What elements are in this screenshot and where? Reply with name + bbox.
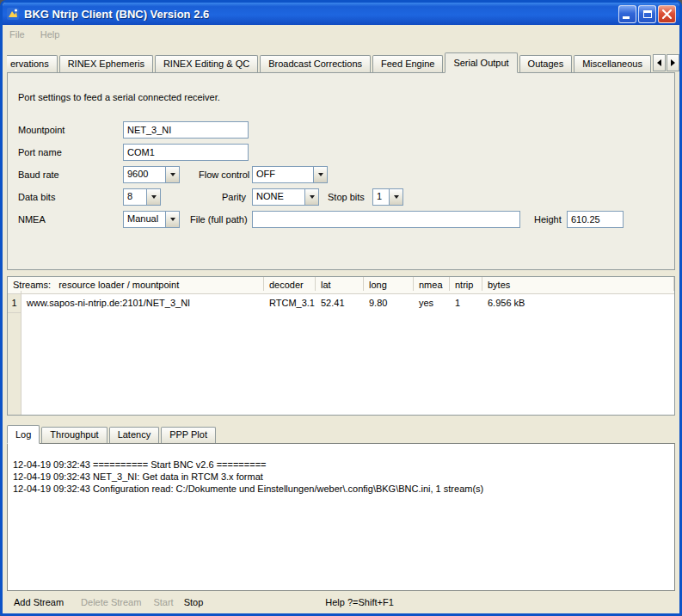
minimize-button[interactable] bbox=[618, 5, 636, 23]
log-output[interactable]: 12-04-19 09:32:43 ========== Start BNC v… bbox=[7, 443, 675, 591]
menu-help[interactable]: Help bbox=[40, 29, 60, 40]
data-bits-label: Data bits bbox=[18, 192, 55, 202]
tab-log[interactable]: Log bbox=[7, 425, 40, 444]
log-tab-bar: Log Throughput Latency PPP Plot bbox=[7, 424, 675, 443]
nmea-label: NMEA bbox=[18, 214, 46, 225]
column-header-mountpoint[interactable]: Streams: resource loader / mountpoint bbox=[8, 277, 264, 291]
close-button[interactable] bbox=[658, 5, 676, 23]
data-bits-select[interactable]: 8 bbox=[123, 188, 161, 206]
bnc-window: BKG Ntrip Client (BNC) Version 2.6 File … bbox=[0, 0, 682, 616]
menu-file[interactable]: File bbox=[9, 29, 25, 40]
menu-bar: File Help bbox=[3, 25, 679, 44]
mountpoint-input[interactable] bbox=[123, 121, 249, 139]
tab-rinex-editing-qc[interactable]: RINEX Editing & QC bbox=[155, 55, 258, 72]
row-number: 1 bbox=[8, 294, 22, 313]
stop-bits-select[interactable]: 1 bbox=[372, 188, 403, 206]
arrow-right-icon bbox=[671, 59, 675, 66]
cell-nmea: yes bbox=[414, 294, 450, 313]
flow-control-label: Flow control bbox=[199, 169, 249, 180]
table-row[interactable]: 1 www.sapos-ni-ntrip.de:2101/NET_3_NI RT… bbox=[8, 294, 674, 313]
column-header-lat[interactable]: lat bbox=[316, 277, 364, 291]
tab-latency[interactable]: Latency bbox=[109, 427, 160, 443]
minimize-icon bbox=[623, 16, 630, 19]
tab-ppp-plot[interactable]: PPP Plot bbox=[161, 427, 216, 443]
stop-button[interactable]: Stop bbox=[184, 597, 204, 607]
cell-ntrip: 1 bbox=[450, 294, 482, 313]
flow-control-value: OFF bbox=[253, 167, 313, 182]
parity-select[interactable]: NONE bbox=[252, 188, 319, 206]
delete-stream-button: Delete Stream bbox=[81, 597, 141, 607]
tab-outages[interactable]: Outages bbox=[519, 55, 573, 72]
window-controls bbox=[618, 5, 676, 23]
chevron-down-icon[interactable] bbox=[304, 189, 318, 205]
help-button[interactable]: Help ?=Shift+F1 bbox=[325, 597, 394, 607]
tab-rinex-ephemeris[interactable]: RINEX Ephemeris bbox=[59, 55, 153, 72]
tab-scroll-left-button[interactable] bbox=[653, 54, 666, 71]
streams-table-header: Streams: resource loader / mountpoint de… bbox=[8, 277, 674, 294]
serial-output-panel: Port settings to feed a serial connected… bbox=[7, 72, 675, 270]
tab-miscellaneous[interactable]: Miscellaneous bbox=[574, 55, 651, 72]
close-icon bbox=[661, 9, 673, 20]
baud-rate-select[interactable]: 9600 bbox=[123, 166, 180, 183]
log-line: 12-04-19 09:32:43 Configuration read: C:… bbox=[13, 483, 669, 495]
streams-table-body: 1 www.sapos-ni-ntrip.de:2101/NET_3_NI RT… bbox=[8, 294, 674, 415]
file-path-label: File (full path) bbox=[190, 214, 248, 225]
main-tab-bar: ervations RINEX Ephemeris RINEX Editing … bbox=[7, 52, 675, 72]
tab-serial-output[interactable]: Serial Output bbox=[445, 52, 517, 73]
baud-rate-label: Baud rate bbox=[18, 169, 59, 180]
tab-scroll-right-button[interactable] bbox=[667, 54, 679, 71]
streams-table: Streams: resource loader / mountpoint de… bbox=[7, 276, 675, 416]
port-name-label: Port name bbox=[18, 147, 62, 157]
start-button: Start bbox=[153, 597, 173, 607]
column-header-decoder[interactable]: decoder bbox=[264, 277, 316, 291]
chevron-down-icon[interactable] bbox=[165, 167, 179, 182]
arrow-left-icon bbox=[657, 59, 661, 66]
column-header-ntrip[interactable]: ntrip bbox=[450, 277, 482, 291]
stop-bits-label: Stop bits bbox=[328, 192, 365, 202]
chevron-down-icon[interactable] bbox=[165, 212, 179, 227]
chevron-down-icon[interactable] bbox=[313, 167, 327, 182]
column-header-long[interactable]: long bbox=[364, 277, 414, 291]
app-icon bbox=[6, 7, 20, 21]
chevron-down-icon[interactable] bbox=[146, 189, 160, 205]
tab-broadcast-corrections[interactable]: Broadcast Corrections bbox=[260, 55, 371, 72]
tab-feed-engine[interactable]: Feed Engine bbox=[372, 55, 443, 72]
cell-lat: 52.41 bbox=[316, 294, 364, 313]
tab-scroll-buttons bbox=[653, 54, 679, 72]
add-stream-button[interactable]: Add Stream bbox=[14, 597, 64, 607]
panel-description: Port settings to feed a serial connected… bbox=[18, 92, 220, 102]
file-path-input[interactable] bbox=[252, 211, 520, 228]
window-title: BKG Ntrip Client (BNC) Version 2.6 bbox=[24, 8, 209, 21]
column-header-nmea[interactable]: nmea bbox=[414, 277, 450, 291]
tab-observations[interactable]: ervations bbox=[7, 55, 58, 72]
parity-value: NONE bbox=[253, 189, 304, 205]
column-header-bytes[interactable]: bytes bbox=[482, 277, 674, 291]
maximize-icon bbox=[643, 10, 652, 18]
chevron-down-icon[interactable] bbox=[389, 189, 402, 205]
nmea-select[interactable]: Manual bbox=[123, 211, 180, 228]
flow-control-select[interactable]: OFF bbox=[252, 166, 328, 183]
baud-rate-value: 9600 bbox=[124, 167, 165, 182]
nmea-value: Manual bbox=[124, 212, 165, 227]
cell-decoder: RTCM_3.1 bbox=[264, 294, 316, 313]
height-input[interactable] bbox=[567, 211, 624, 228]
cell-long: 9.80 bbox=[364, 294, 414, 313]
data-bits-value: 8 bbox=[124, 189, 146, 205]
tab-throughput[interactable]: Throughput bbox=[41, 427, 107, 443]
parity-label: Parity bbox=[222, 192, 246, 202]
mountpoint-label: Mountpoint bbox=[18, 125, 65, 135]
maximize-button[interactable] bbox=[638, 5, 656, 23]
column-header-spacer bbox=[8, 291, 22, 294]
main-area: ervations RINEX Ephemeris RINEX Editing … bbox=[3, 44, 679, 613]
title-bar[interactable]: BKG Ntrip Client (BNC) Version 2.6 bbox=[3, 3, 679, 25]
port-name-input[interactable] bbox=[123, 144, 249, 161]
cell-bytes: 6.956 kB bbox=[482, 294, 674, 313]
log-line: 12-04-19 09:32:43 NET_3_NI: Get data in … bbox=[13, 471, 669, 483]
log-line: 12-04-19 09:32:43 ========== Start BNC v… bbox=[13, 459, 669, 471]
stop-bits-value: 1 bbox=[373, 189, 389, 205]
height-label: Height bbox=[534, 214, 562, 225]
cell-mountpoint: www.sapos-ni-ntrip.de:2101/NET_3_NI bbox=[22, 294, 264, 313]
bottom-button-bar: Add Stream Delete Stream Start Stop Help… bbox=[7, 591, 675, 613]
